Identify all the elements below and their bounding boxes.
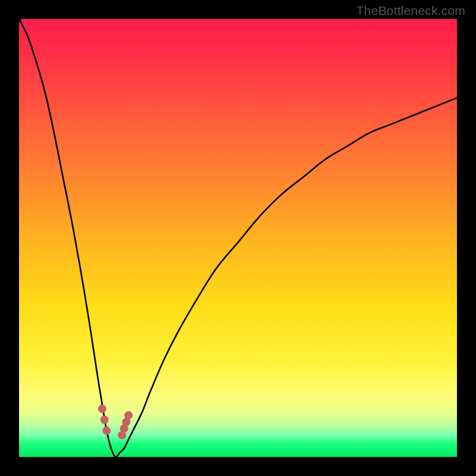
chart-frame: TheBottleneck.com xyxy=(0,0,476,476)
bottleneck-curve xyxy=(19,19,457,457)
optimum-marker xyxy=(124,411,133,419)
marker-group xyxy=(98,405,133,439)
optimum-marker xyxy=(101,415,109,424)
watermark-text: TheBottleneck.com xyxy=(356,4,465,18)
optimum-marker xyxy=(98,405,107,413)
plot-area xyxy=(19,19,457,457)
optimum-marker xyxy=(102,427,111,435)
bottleneck-curve-path xyxy=(19,19,457,457)
curve-svg xyxy=(19,19,457,457)
